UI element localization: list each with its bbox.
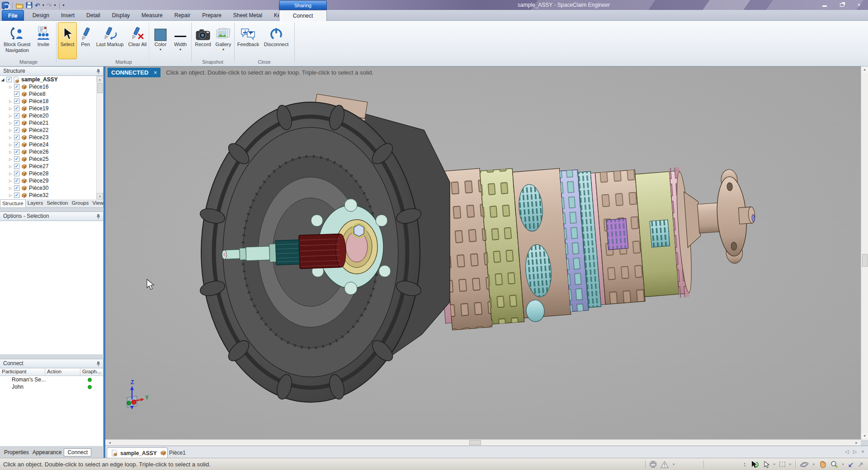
tab-next-icon[interactable]: ▷ xyxy=(853,449,857,455)
scroll-right-icon[interactable]: ▸ xyxy=(853,440,860,446)
expand-icon[interactable]: ▷ xyxy=(9,172,14,176)
expand-icon[interactable]: ▷ xyxy=(9,107,14,111)
participant-row[interactable]: Roman's Se... xyxy=(0,376,103,383)
last-markup-button[interactable]: Last Markup xyxy=(94,22,126,59)
tree-item[interactable]: ▷✓Pièce19 xyxy=(0,105,103,112)
tree-item[interactable]: ▷✓Pièce8 xyxy=(0,90,103,98)
scroll-up-icon[interactable]: ▴ xyxy=(97,76,103,82)
tab-repair[interactable]: Repair xyxy=(169,10,196,21)
visibility-checkbox[interactable]: ✓ xyxy=(14,164,19,169)
gallery-dropdown-icon[interactable]: ▾ xyxy=(222,47,224,52)
visibility-checkbox[interactable]: ✓ xyxy=(6,77,12,82)
box-select-dropdown-icon[interactable]: ▾ xyxy=(789,462,791,466)
visibility-checkbox[interactable]: ✓ xyxy=(14,113,19,118)
tab-file[interactable]: File xyxy=(2,10,24,21)
output-flange[interactable] xyxy=(683,168,758,267)
tab-selection[interactable]: Selection xyxy=(45,199,70,207)
restore-button[interactable] xyxy=(836,1,847,8)
hex-bolt[interactable] xyxy=(352,224,366,237)
clear-all-button[interactable]: Clear All xyxy=(127,22,148,59)
visibility-checkbox[interactable]: ✓ xyxy=(14,156,19,162)
tree-item[interactable]: ▷✓Pièce22 xyxy=(0,127,103,134)
tree-item[interactable]: ▷✓Pièce30 xyxy=(0,184,103,192)
color-button[interactable]: Color ▾ xyxy=(151,22,170,59)
tab-appearance[interactable]: Appearance xyxy=(31,449,63,456)
record-button[interactable]: Record xyxy=(193,22,213,59)
width-button[interactable]: Width ▾ xyxy=(171,22,190,59)
visibility-checkbox[interactable]: ✓ xyxy=(14,99,19,104)
scrollbar-thumb[interactable] xyxy=(469,440,481,445)
tree-item[interactable]: ▷✓Pièce25 xyxy=(0,155,103,163)
color-dropdown-icon[interactable]: ▾ xyxy=(160,47,161,52)
3d-viewport[interactable]: Z Y CONNECTED × Click an object. Double-… xyxy=(105,66,861,439)
tab-connect[interactable]: Connect xyxy=(279,10,327,21)
gallery-button[interactable]: Gallery ▾ xyxy=(213,22,233,59)
scrollbar-thumb[interactable] xyxy=(862,254,868,267)
expand-icon[interactable]: ◢ xyxy=(1,78,6,82)
expand-icon[interactable]: ▷ xyxy=(9,164,14,169)
clutch-pack-stack[interactable] xyxy=(434,152,696,330)
expand-icon[interactable]: ▷ xyxy=(9,114,14,118)
visibility-checkbox[interactable]: ✓ xyxy=(14,120,19,126)
expand-icon[interactable]: ▷ xyxy=(9,186,14,190)
tab-groups[interactable]: Groups xyxy=(70,199,91,207)
visibility-checkbox[interactable]: ✓ xyxy=(14,149,19,155)
tree-item[interactable]: ▷✓Pièce29 xyxy=(0,177,103,184)
stop-icon[interactable] xyxy=(650,460,656,469)
box-select-icon[interactable] xyxy=(779,460,785,469)
transmission-assembly-model[interactable]: Z Y xyxy=(105,67,861,439)
zoom-icon[interactable] xyxy=(830,460,838,469)
previous-view-icon[interactable]: ↙ xyxy=(848,460,854,469)
visibility-checkbox[interactable]: ✓ xyxy=(14,171,19,176)
expand-icon[interactable]: ▷ xyxy=(9,150,14,154)
undo-dropdown-icon[interactable]: ▾ xyxy=(42,3,44,7)
width-dropdown-icon[interactable]: ▾ xyxy=(179,47,181,52)
pin-icon[interactable] xyxy=(96,69,100,74)
tab-connect-bottom[interactable]: Connect xyxy=(64,448,91,456)
tab-measure[interactable]: Measure xyxy=(136,10,169,21)
expand-icon[interactable]: ▷ xyxy=(9,193,14,197)
expand-icon[interactable]: ▷ xyxy=(9,128,14,132)
tree-item[interactable]: ▷✓Pièce26 xyxy=(0,148,103,155)
return-to-select-icon[interactable] xyxy=(750,460,760,469)
expand-icon[interactable]: ▷ xyxy=(9,121,14,125)
tree-item[interactable]: ▷✓Pièce20 xyxy=(0,112,103,119)
undo-icon[interactable]: ↶ xyxy=(35,1,40,9)
column-graph[interactable]: Graph... xyxy=(80,368,103,376)
tab-design[interactable]: Design xyxy=(27,10,55,21)
spaceclaim-logo-icon[interactable] xyxy=(2,1,9,9)
select-button[interactable]: Select xyxy=(58,22,77,59)
tab-structure[interactable]: Structure xyxy=(0,199,26,207)
pen-button[interactable]: Pen xyxy=(78,22,93,59)
visibility-checkbox[interactable]: ✓ xyxy=(14,91,19,97)
tree-item[interactable]: ▷✓Pièce32 xyxy=(0,192,103,199)
select-cursor-icon[interactable] xyxy=(764,460,769,469)
invite-button[interactable]: Invite xyxy=(33,22,54,59)
tree-item[interactable]: ▷✓Pièce16 xyxy=(0,83,103,90)
block-guest-navigation-button[interactable]: Block Guest Navigation xyxy=(3,22,32,59)
tree-item[interactable]: ▷✓Pièce28 xyxy=(0,170,103,177)
visibility-checkbox[interactable]: ✓ xyxy=(14,84,19,89)
visibility-checkbox[interactable]: ✓ xyxy=(14,193,19,198)
tree-item[interactable]: ▷✓Pièce23 xyxy=(0,134,103,141)
feedback-button[interactable]: Feedback xyxy=(236,22,260,59)
expand-icon[interactable]: ▷ xyxy=(9,99,14,103)
customize-qat-dropdown-icon[interactable]: ▾ xyxy=(63,3,65,7)
tab-display[interactable]: Display xyxy=(106,10,136,21)
tab-insert[interactable]: Insert xyxy=(55,10,80,21)
scroll-down-icon[interactable]: ▾ xyxy=(97,193,103,199)
visibility-checkbox[interactable]: ✓ xyxy=(14,142,19,147)
column-action[interactable]: Action xyxy=(45,368,80,376)
viewport-vertical-scrollbar[interactable]: ▴ ▾ xyxy=(861,66,868,440)
expand-icon[interactable]: ▷ xyxy=(9,136,14,140)
scroll-down-icon[interactable]: ▾ xyxy=(861,433,868,440)
warning-icon[interactable] xyxy=(660,460,669,469)
tab-close-icon[interactable]: × xyxy=(862,449,864,455)
tree-item[interactable]: ▷✓Pièce24 xyxy=(0,141,103,148)
visibility-checkbox[interactable]: ✓ xyxy=(14,127,19,133)
column-participant[interactable]: Participant xyxy=(0,368,45,376)
open-folder-icon[interactable] xyxy=(16,1,24,9)
home-view-icon[interactable]: ↗ xyxy=(858,460,863,469)
visibility-checkbox[interactable]: ✓ xyxy=(14,185,19,191)
visibility-checkbox[interactable]: ✓ xyxy=(14,106,19,111)
